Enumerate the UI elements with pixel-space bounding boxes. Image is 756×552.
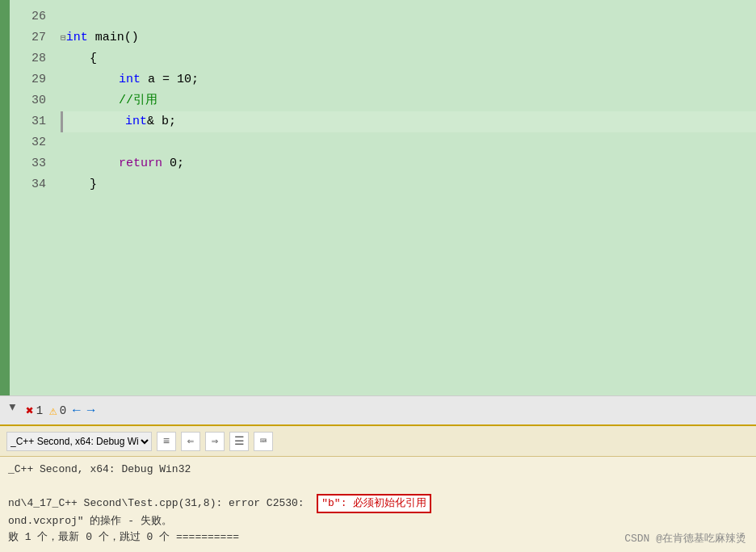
code-content[interactable]: ⊟int main() { int a = 10; //引用 int& b;​ … bbox=[54, 0, 756, 395]
warning-count: 0 bbox=[60, 404, 66, 417]
error-icon: ✖ bbox=[26, 403, 34, 419]
error-indicator: ✖ 1 bbox=[26, 403, 43, 419]
warning-icon: ⚠ bbox=[49, 403, 57, 419]
csdn-watermark: CSDN @在肯德基吃麻辣烫 bbox=[624, 531, 746, 546]
output-line-2 bbox=[8, 478, 748, 494]
toolbar-arrow-left: ▶ bbox=[6, 404, 19, 417]
output-line-3: ond.vcxproj" 的操作 - 失败。 bbox=[8, 513, 748, 529]
editor-area: 26 27 28 29 30 31 32 33 34 ⊟int main() {… bbox=[0, 0, 756, 395]
code-line-31: int& b;​ bbox=[61, 111, 756, 132]
output-source-select[interactable]: _C++ Second, x64: Debug Win32 bbox=[6, 432, 152, 451]
output-line-1: _C++ Second, x64: Debug Win32 bbox=[8, 462, 748, 478]
line-numbers: 26 27 28 29 30 31 32 33 34 bbox=[10, 0, 54, 395]
output-panel: _C++ Second, x64: Debug Win32 ≡ ⇐ ⇒ ☰ ⌨ … bbox=[0, 424, 756, 552]
output-btn-align[interactable]: ≡ bbox=[157, 432, 176, 451]
warning-indicator: ⚠ 0 bbox=[49, 403, 66, 419]
code-line-33: return 0; bbox=[61, 153, 756, 174]
code-line-32 bbox=[61, 132, 756, 153]
code-line-26 bbox=[61, 6, 756, 27]
bottom-toolbar: ▶ ✖ 1 ⚠ 0 ← → bbox=[0, 395, 756, 424]
nav-forward-arrow[interactable]: → bbox=[87, 404, 95, 418]
code-line-29: int a = 10; bbox=[61, 69, 756, 90]
output-toolbar: _C++ Second, x64: Debug Win32 ≡ ⇐ ⇒ ☰ ⌨ bbox=[0, 426, 756, 457]
code-line-30: //引用 bbox=[61, 90, 756, 111]
output-btn-special[interactable]: ⌨ bbox=[254, 432, 273, 451]
error-message-box: "b": 必须初始化引用 bbox=[317, 494, 431, 513]
output-line-error: nd\4_17_C++ Second\Test.cpp(31,8): error… bbox=[8, 494, 748, 513]
code-line-27: ⊟int main() bbox=[61, 27, 756, 48]
output-btn-list[interactable]: ☰ bbox=[229, 432, 249, 451]
error-count: 1 bbox=[36, 404, 43, 417]
code-line-34: } bbox=[61, 174, 756, 195]
left-accent-bar bbox=[0, 0, 10, 395]
output-btn-indent-more[interactable]: ⇒ bbox=[205, 432, 225, 451]
nav-back-arrow[interactable]: ← bbox=[73, 404, 81, 418]
code-line-28: { bbox=[61, 48, 756, 69]
output-btn-indent-less[interactable]: ⇐ bbox=[181, 432, 200, 451]
